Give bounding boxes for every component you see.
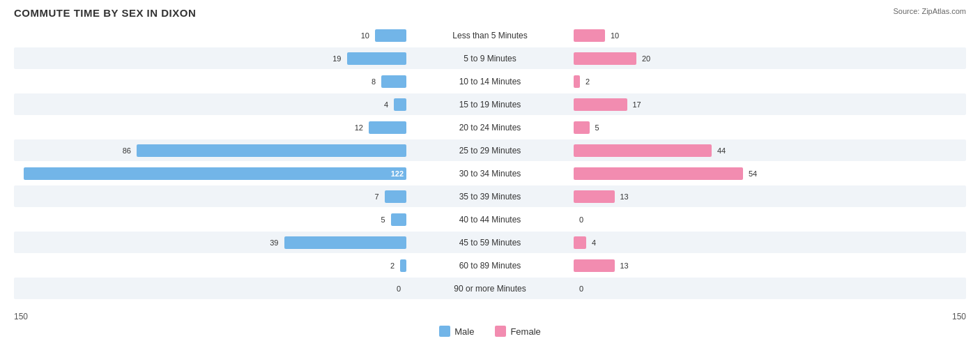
male-side: 86 <box>123 139 406 161</box>
chart-title: COMMUTE TIME BY SEX IN DIXON <box>14 7 966 19</box>
female-bar <box>574 190 615 203</box>
female-bar <box>574 121 590 134</box>
chart-container: COMMUTE TIME BY SEX IN DIXON Source: Zip… <box>0 0 980 364</box>
bar-row: Less than 5 Minutes1010 <box>14 24 966 46</box>
legend-female-label: Female <box>510 326 540 337</box>
male-side: 8 <box>372 70 406 92</box>
male-side: 122 <box>24 162 406 184</box>
female-side: 13 <box>574 255 629 276</box>
female-side: 20 <box>574 47 650 69</box>
male-value: 2 <box>390 261 395 270</box>
bar-label: 5 to 9 Minutes <box>406 54 574 63</box>
male-side: 4 <box>384 93 406 115</box>
male-value: 12 <box>355 123 363 132</box>
female-bar <box>574 29 605 42</box>
female-bar <box>574 167 743 180</box>
female-side: 0 <box>574 208 583 230</box>
female-side: 10 <box>574 24 619 46</box>
bar-label: 60 to 89 Minutes <box>406 261 574 271</box>
bar-label: 40 to 44 Minutes <box>406 215 574 225</box>
female-side: 17 <box>574 93 641 115</box>
male-value: 10 <box>361 31 369 40</box>
bar-label: 20 to 24 Minutes <box>406 123 574 132</box>
bars-area: Less than 5 Minutes10105 to 9 Minutes192… <box>14 24 966 310</box>
bar-row: 90 or more Minutes00 <box>14 278 966 299</box>
bar-row: 60 to 89 Minutes213 <box>14 255 966 276</box>
female-bar <box>574 236 586 249</box>
female-bar <box>574 75 580 88</box>
male-value: 39 <box>270 238 278 247</box>
female-value: 20 <box>642 54 650 63</box>
male-value: 19 <box>332 54 341 63</box>
female-value: 0 <box>579 215 583 224</box>
female-value: 13 <box>620 192 629 201</box>
female-side: 2 <box>574 70 590 92</box>
bar-row: 30 to 34 Minutes12254 <box>14 162 966 184</box>
bar-row: 40 to 44 Minutes50 <box>14 208 966 230</box>
bar-row: 5 to 9 Minutes1920 <box>14 47 966 69</box>
male-value: 4 <box>384 100 388 109</box>
male-side: 10 <box>361 24 406 46</box>
female-value: 0 <box>579 285 583 293</box>
female-side: 5 <box>574 116 599 138</box>
axis-left: 150 <box>14 312 28 321</box>
bar-label: 10 to 14 Minutes <box>406 77 574 86</box>
male-bar <box>385 190 407 203</box>
female-value: 5 <box>595 123 599 132</box>
male-bar <box>375 29 406 42</box>
female-value: 44 <box>717 146 726 155</box>
bar-row: 45 to 59 Minutes394 <box>14 232 966 253</box>
male-bar <box>347 52 407 65</box>
female-side: 13 <box>574 185 629 207</box>
bar-row: 20 to 24 Minutes125 <box>14 116 966 138</box>
female-bar <box>574 98 627 111</box>
bar-label: Less than 5 Minutes <box>406 31 574 40</box>
female-value: 17 <box>633 100 641 109</box>
male-value: 5 <box>381 215 385 224</box>
female-bar <box>574 144 712 157</box>
male-side: 7 <box>374 185 406 207</box>
bar-label: 30 to 34 Minutes <box>406 169 574 179</box>
male-bar <box>400 259 406 272</box>
legend-female-box <box>495 326 506 337</box>
axis-labels: 150 150 <box>14 312 966 321</box>
legend-male-box <box>439 326 450 337</box>
bar-label: 15 to 19 Minutes <box>406 100 574 109</box>
female-value: 13 <box>620 261 629 270</box>
axis-right: 150 <box>952 312 966 321</box>
source-label: Source: ZipAtlas.com <box>893 7 966 15</box>
male-bar <box>381 75 406 88</box>
female-value: 2 <box>585 77 590 86</box>
bar-row: 35 to 39 Minutes713 <box>14 185 966 207</box>
bar-label: 35 to 39 Minutes <box>406 192 574 202</box>
male-bar <box>369 121 406 134</box>
bar-row: 10 to 14 Minutes82 <box>14 70 966 92</box>
male-side: 39 <box>270 232 406 253</box>
female-bar <box>574 52 636 65</box>
female-bar <box>574 259 615 272</box>
bar-label: 45 to 59 Minutes <box>406 238 574 248</box>
legend-male: Male <box>439 326 474 337</box>
bar-row: 15 to 19 Minutes417 <box>14 93 966 115</box>
male-bar <box>137 144 406 157</box>
female-side: 44 <box>574 139 726 161</box>
female-value: 10 <box>611 31 619 40</box>
legend: Male Female <box>14 326 966 337</box>
male-bar: 122 <box>24 167 406 180</box>
male-side: 2 <box>390 255 406 276</box>
bar-label: 25 to 29 Minutes <box>406 146 574 156</box>
male-value: 0 <box>397 285 401 293</box>
male-value: 86 <box>123 146 131 155</box>
legend-male-label: Male <box>454 326 474 337</box>
female-value: 54 <box>749 169 757 178</box>
female-value: 4 <box>592 238 596 247</box>
male-value: 7 <box>374 192 378 201</box>
legend-female: Female <box>495 326 540 337</box>
bar-label: 90 or more Minutes <box>406 284 574 294</box>
female-side: 0 <box>574 278 583 299</box>
male-side: 12 <box>355 116 406 138</box>
male-side: 5 <box>381 208 406 230</box>
male-value: 8 <box>372 77 376 86</box>
male-bar <box>284 236 407 249</box>
male-side: 19 <box>332 47 406 69</box>
